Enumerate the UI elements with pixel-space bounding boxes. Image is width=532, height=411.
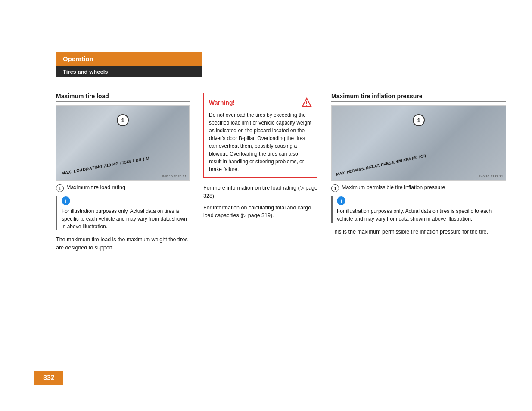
content-area: Maximum tire load MAX. LOADRATING 710 KG… <box>56 93 506 252</box>
operation-title: Operation <box>63 55 93 62</box>
photo-ref-right: P40.10-3137-31 <box>479 174 503 178</box>
caption-text-left: Maximum tire load rating <box>66 184 125 192</box>
caption-row-right: 1 Maximum permissible tire inflation pre… <box>331 184 506 192</box>
section-subtitle: Tires and wheels <box>63 68 108 75</box>
body-text-left: The maximum tire load is the maximum wei… <box>56 236 190 252</box>
header-section: Operation Tires and wheels <box>56 52 202 77</box>
caption-row-left: 1 Maximum tire load rating <box>56 184 190 192</box>
page-number: 332 <box>43 374 55 381</box>
info-box-right: i For illustration purposes only. Actual… <box>331 196 506 223</box>
svg-point-2 <box>306 105 307 106</box>
info-icon-right: i <box>337 196 345 205</box>
circle-badge-right: 1 <box>413 114 425 126</box>
tire-image-right: MAX. PERMISS. INFLAT. PRESS. 420 KPA (60… <box>331 105 506 181</box>
photo-ref-left: P40.10-3136-31 <box>162 174 187 178</box>
subtitle-bar: Tires and wheels <box>56 66 202 77</box>
caption-circle-left: 1 <box>56 184 64 192</box>
tire-marking-left: MAX. LOADRATING 710 KG (1565 LBS ) M <box>61 156 150 176</box>
warning-title: Warning! <box>209 99 235 106</box>
caption-text-right: Maximum permissible tire inflation press… <box>342 184 445 192</box>
warning-box: Warning! Do not overload the tires by ex… <box>203 93 317 178</box>
page-number-box: 332 <box>34 371 63 385</box>
link-text-1: For more information on tire load rating… <box>203 184 317 200</box>
right-heading: Maximum tire inflation pressure <box>331 93 506 102</box>
middle-column: Warning! Do not overload the tires by ex… <box>203 93 317 252</box>
left-heading: Maximum tire load <box>56 93 190 102</box>
warning-triangle-icon <box>302 97 312 108</box>
operation-banner: Operation <box>56 52 202 66</box>
tire-marking-right: MAX. PERMISS. INFLAT. PRESS. 420 KPA (60… <box>336 153 426 177</box>
caption-circle-right: 1 <box>331 184 339 192</box>
info-icon-left: i <box>62 196 70 205</box>
body-text-right: This is the maximum permissible tire inf… <box>331 228 506 236</box>
info-box-left: i For illustration purposes only. Actual… <box>56 196 190 230</box>
right-column: Maximum tire inflation pressure MAX. PER… <box>331 93 506 252</box>
left-column: Maximum tire load MAX. LOADRATING 710 KG… <box>56 93 190 252</box>
circle-badge-left: 1 <box>117 114 129 126</box>
warning-text: Do not overload the tires by exceeding t… <box>209 111 312 173</box>
warning-header: Warning! <box>209 97 312 108</box>
info-text-left: For illustration purposes only. Actual d… <box>62 207 190 230</box>
info-text-right: For illustration purposes only. Actual d… <box>337 207 506 223</box>
link-text-2: For information on calculating total and… <box>203 204 317 220</box>
tire-image-left: MAX. LOADRATING 710 KG (1565 LBS ) M 1 P… <box>56 105 190 181</box>
